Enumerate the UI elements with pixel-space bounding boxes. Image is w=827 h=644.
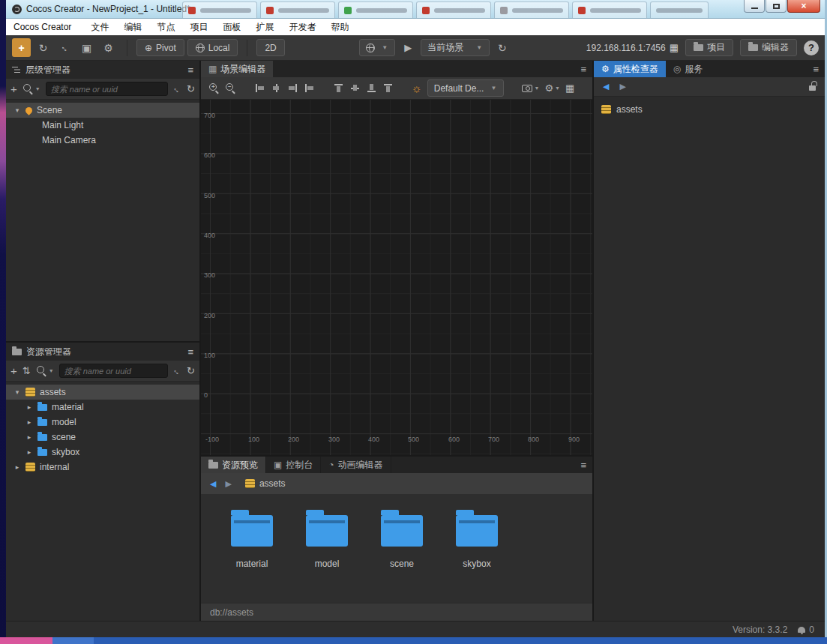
asset-folder-scene[interactable]: scene — [364, 505, 439, 603]
tab-console[interactable]: ▣ 控制台 — [266, 457, 321, 473]
search-filter-button[interactable]: ▼ — [36, 365, 54, 376]
align-middle-vertical-icon[interactable] — [349, 82, 361, 94]
caret-expanded-icon[interactable]: ▾ — [13, 106, 21, 114]
scene-canvas[interactable]: 700 600 500 400 300 200 100 0 -100 100 2… — [201, 100, 592, 455]
tree-row-scene-folder[interactable]: ▸ scene — [6, 430, 199, 445]
sort-button[interactable]: ⇅ — [22, 365, 31, 376]
minimize-icon — [751, 7, 758, 9]
back-arrow-icon[interactable]: ◀ — [603, 82, 609, 91]
camera-settings-button[interactable]: ▼ — [522, 85, 539, 92]
chevron-down-icon: ▼ — [35, 86, 40, 91]
coordinate-toggle-button[interactable]: Local — [187, 39, 238, 56]
play-button[interactable]: ▶ — [398, 42, 418, 53]
tree-row-model[interactable]: ▸ model — [6, 415, 199, 430]
asset-folder-skybox[interactable]: skybox — [439, 505, 514, 603]
scene-settings-button[interactable]: ⚙▼ — [544, 82, 560, 94]
maximize-button[interactable] — [766, 0, 787, 13]
caret-collapsed-icon[interactable]: ▸ — [25, 448, 33, 456]
move-tool-button[interactable]: + — [12, 38, 31, 57]
collapse-all-button[interactable]: ↔ — [173, 367, 181, 376]
menu-item-project[interactable]: 项目 — [182, 21, 215, 34]
distribute-horizontal-icon[interactable] — [304, 82, 315, 94]
panel-menu-icon[interactable]: ≡ — [813, 64, 819, 75]
menu-item-file[interactable]: 文件 — [83, 21, 116, 34]
tree-row-main-camera[interactable]: Main Camera — [6, 133, 199, 148]
refresh-button[interactable]: ↻ — [493, 38, 511, 57]
panel-menu-icon[interactable]: ≡ — [580, 460, 586, 471]
zoom-out-icon[interactable]: − — [225, 82, 236, 94]
tab-scene-editor[interactable]: ▦ 场景编辑器 — [201, 61, 273, 77]
caret-collapsed-icon[interactable]: ▸ — [25, 433, 33, 441]
align-center-horizontal-icon[interactable] — [271, 82, 282, 94]
console-icon: ▣ — [274, 460, 282, 470]
minimize-button[interactable] — [744, 0, 765, 13]
menu-item-edit[interactable]: 编辑 — [116, 21, 149, 34]
rotate-tool-button[interactable]: ↻ — [34, 38, 52, 57]
refresh-button[interactable]: ↻ — [187, 83, 195, 94]
gizmo-settings-button[interactable]: ⚙ — [99, 38, 118, 57]
asset-folder-model[interactable]: model — [289, 505, 364, 603]
align-bottom-icon[interactable] — [366, 82, 377, 94]
asset-folder-material[interactable]: material — [214, 505, 289, 603]
open-editor-folder-button[interactable]: 编辑器 — [740, 39, 797, 56]
open-project-folder-button[interactable]: 项目 — [685, 39, 733, 56]
ruler-label: 500 — [408, 436, 419, 443]
search-filter-button[interactable]: ▼ — [22, 83, 40, 94]
rect-tool-button[interactable]: ▣ — [77, 38, 96, 57]
menu-item-panel[interactable]: 面板 — [215, 21, 248, 34]
caret-collapsed-icon[interactable]: ▸ — [25, 403, 33, 411]
gizmo-camera-dropdown[interactable]: Default De... ▼ — [427, 79, 505, 97]
assets-search-input[interactable] — [59, 364, 168, 378]
menu-app-name[interactable]: Cocos Creator — [13, 22, 71, 32]
preview-browser-dropdown[interactable]: ▼ — [359, 39, 395, 56]
tree-row-internal[interactable]: ▸ internal — [6, 460, 199, 475]
zoom-in-icon[interactable]: + — [208, 82, 220, 94]
caret-collapsed-icon[interactable]: ▸ — [25, 418, 33, 426]
2d-3d-toggle-button[interactable]: 2D — [256, 39, 284, 56]
lighting-toggle-icon[interactable]: ☼ — [412, 82, 422, 94]
tab-animation-editor[interactable]: ◔ 动画编辑器 — [321, 457, 391, 473]
align-left-icon[interactable] — [254, 82, 265, 94]
panel-menu-icon[interactable]: ≡ — [187, 346, 193, 358]
close-button[interactable]: × — [787, 0, 820, 13]
help-button[interactable]: ? — [804, 40, 819, 55]
grid-toggle-button[interactable]: ▦ — [565, 82, 574, 94]
tree-row-material[interactable]: ▸ material — [6, 400, 199, 415]
collapse-all-button[interactable]: ↔ — [173, 85, 181, 94]
back-arrow-icon[interactable]: ◀ — [210, 479, 216, 489]
menu-item-node[interactable]: 节点 — [149, 21, 182, 34]
caret-expanded-icon[interactable]: ▾ — [13, 388, 21, 396]
align-top-icon[interactable] — [333, 82, 344, 94]
scale-tool-button[interactable]: ↔ — [55, 38, 74, 57]
create-asset-button[interactable]: + — [10, 364, 17, 377]
panel-menu-icon[interactable]: ≡ — [580, 64, 586, 75]
scene-select-dropdown[interactable]: 当前场景 ▼ — [421, 39, 490, 56]
breadcrumb[interactable]: assets — [245, 478, 286, 489]
panel-menu-icon[interactable]: ≡ — [187, 64, 193, 76]
tab-inspector[interactable]: ⚙ 属性检查器 — [594, 61, 666, 77]
refresh-button[interactable]: ↻ — [187, 365, 195, 376]
assets-panel-title: 资源管理器 — [26, 346, 71, 358]
tab-services[interactable]: ◎ 服务 — [666, 61, 710, 77]
menu-item-developer[interactable]: 开发者 — [281, 21, 323, 34]
forward-arrow-icon[interactable]: ▶ — [619, 82, 625, 91]
forward-arrow-icon[interactable]: ▶ — [225, 479, 231, 489]
inspected-asset[interactable]: assets — [601, 104, 817, 115]
align-right-icon[interactable] — [287, 82, 298, 94]
distribute-vertical-icon[interactable] — [382, 82, 394, 94]
caret-collapsed-icon[interactable]: ▸ — [13, 463, 21, 471]
menu-item-help[interactable]: 帮助 — [323, 21, 356, 34]
create-node-button[interactable]: + — [10, 82, 17, 95]
menu-item-extension[interactable]: 扩展 — [248, 21, 281, 34]
qr-code-icon[interactable]: ▦ — [670, 42, 679, 53]
tree-row-main-light[interactable]: Main Light — [6, 118, 199, 133]
hierarchy-search-input[interactable] — [46, 82, 168, 96]
tree-row-scene[interactable]: ▾ Scene — [6, 103, 199, 118]
pivot-toggle-button[interactable]: ⊕ Pivot — [136, 39, 184, 56]
tree-row-assets[interactable]: ▾ assets — [6, 385, 199, 400]
scene-icon — [24, 106, 34, 115]
tree-row-skybox[interactable]: ▸ skybox — [6, 445, 199, 460]
tab-asset-preview[interactable]: 资源预览 — [201, 457, 266, 473]
notifications-button[interactable]: 0 — [798, 625, 814, 635]
lock-button[interactable] — [809, 80, 816, 94]
